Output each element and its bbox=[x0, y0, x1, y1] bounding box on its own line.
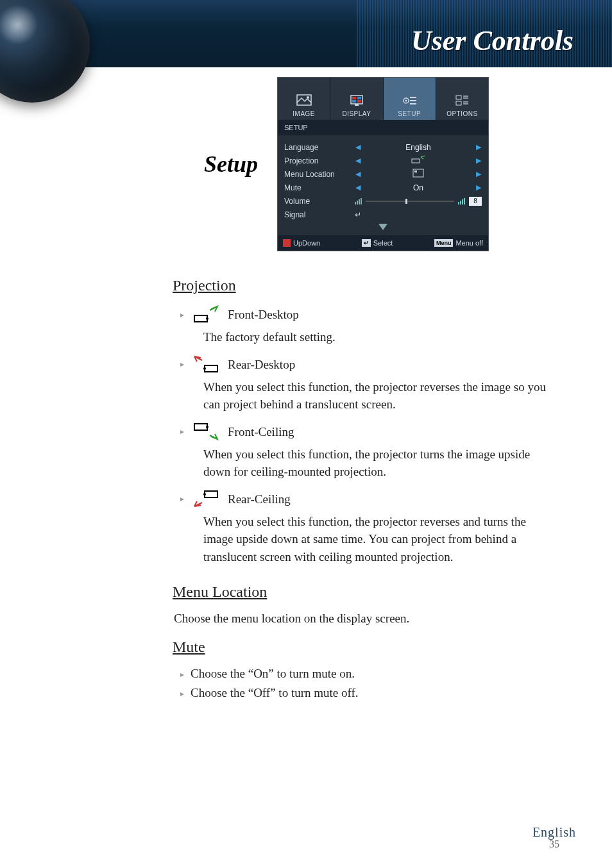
volume-max-icon bbox=[458, 198, 465, 204]
svg-rect-19 bbox=[412, 159, 420, 163]
svg-rect-23 bbox=[194, 315, 207, 322]
svg-point-1 bbox=[307, 96, 309, 99]
item-desc: The factory default setting. bbox=[203, 328, 549, 346]
section-heading-menu-location: Menu Location bbox=[169, 583, 549, 601]
item-desc: When you select this function, the proje… bbox=[203, 446, 549, 481]
osd-row-mute[interactable]: Mute ◀ On ▶ bbox=[284, 181, 482, 194]
volume-min-icon bbox=[355, 198, 362, 204]
svg-rect-5 bbox=[352, 100, 356, 103]
osd-row-signal[interactable]: Signal ↵ bbox=[284, 208, 482, 221]
item-title: Front-Desktop bbox=[228, 308, 299, 322]
mute-bullet: ▸Choose the “On” to turn mute on. bbox=[180, 667, 549, 681]
projection-item: ▸ Rear-Desktop When you select this func… bbox=[180, 355, 549, 413]
svg-point-30 bbox=[203, 493, 206, 496]
osd-tab-label: IMAGE bbox=[293, 110, 315, 117]
arrow-right-icon[interactable]: ▶ bbox=[475, 143, 482, 151]
bullet-icon: ▸ bbox=[180, 494, 184, 504]
osd-footer: UpDown ↵Select MenuMenu off bbox=[278, 235, 488, 251]
osd-tab-image[interactable]: IMAGE bbox=[278, 78, 330, 120]
osd-tab-setup[interactable]: SETUP bbox=[384, 78, 436, 120]
section-heading-projection: Projection bbox=[169, 277, 549, 295]
projection-item: ▸ Front-Desktop The factory default sett… bbox=[180, 305, 549, 346]
osd-subtitle: SETUP bbox=[278, 120, 488, 135]
svg-rect-25 bbox=[205, 365, 217, 372]
menu-location-value-icon bbox=[361, 169, 475, 179]
page-footer: English 35 bbox=[532, 825, 576, 850]
scroll-down-icon[interactable] bbox=[284, 221, 482, 231]
image-tab-icon bbox=[294, 92, 314, 109]
arrow-left-icon[interactable]: ◀ bbox=[355, 143, 361, 151]
item-title: Front-Ceiling bbox=[228, 425, 294, 439]
arrow-right-icon[interactable]: ▶ bbox=[475, 156, 482, 165]
osd-tab-options[interactable]: OPTIONS bbox=[436, 78, 488, 120]
menu-key-icon: Menu bbox=[434, 239, 454, 247]
svg-rect-21 bbox=[414, 171, 417, 172]
bullet-icon: ▸ bbox=[180, 427, 184, 437]
projection-item: ▸ Rear-Ceiling When you select this func… bbox=[180, 490, 549, 566]
svg-rect-29 bbox=[205, 491, 217, 497]
setup-tab-icon bbox=[400, 92, 419, 109]
footer-language: English bbox=[532, 825, 576, 840]
front-ceiling-icon bbox=[192, 422, 220, 442]
svg-rect-3 bbox=[352, 97, 356, 99]
item-title: Rear-Ceiling bbox=[228, 492, 291, 506]
osd-row-projection[interactable]: Projection ◀ ▶ bbox=[284, 154, 482, 167]
menu-location-desc: Choose the menu location on the display … bbox=[174, 612, 549, 626]
osd-row-volume[interactable]: Volume 8 bbox=[284, 194, 482, 208]
projection-item: ▸ Front-Ceiling When you select this fun… bbox=[180, 422, 549, 481]
arrow-left-icon[interactable]: ◀ bbox=[355, 156, 361, 165]
rear-desktop-icon bbox=[192, 355, 220, 374]
osd-tab-display[interactable]: DISPLAY bbox=[330, 78, 383, 120]
svg-point-24 bbox=[206, 317, 208, 320]
item-title: Rear-Desktop bbox=[228, 358, 295, 372]
svg-point-28 bbox=[206, 426, 208, 428]
arrow-left-icon[interactable]: ◀ bbox=[355, 170, 361, 178]
volume-value: 8 bbox=[469, 197, 482, 206]
arrow-left-icon[interactable]: ◀ bbox=[355, 183, 361, 192]
svg-rect-7 bbox=[355, 104, 359, 106]
svg-marker-22 bbox=[378, 224, 387, 230]
mute-bullet: ▸Choose the “Off” to turn mute off. bbox=[180, 686, 549, 700]
enter-icon: ↵ bbox=[355, 210, 361, 219]
svg-rect-2 bbox=[351, 96, 362, 104]
volume-slider[interactable] bbox=[366, 201, 454, 202]
item-desc: When you select this function, the proje… bbox=[203, 513, 549, 566]
select-key-icon: ↵ bbox=[362, 239, 371, 247]
osd-body: Language ◀ English ▶ Projection ◀ ▶ Menu… bbox=[278, 135, 488, 235]
svg-rect-13 bbox=[456, 96, 461, 99]
svg-rect-4 bbox=[357, 97, 361, 99]
svg-point-26 bbox=[203, 367, 206, 370]
bullet-icon: ▸ bbox=[180, 360, 184, 369]
section-heading-mute: Mute bbox=[169, 638, 549, 656]
rear-ceiling-icon bbox=[192, 490, 220, 509]
front-desktop-icon bbox=[192, 305, 220, 324]
arrow-right-icon[interactable]: ▶ bbox=[475, 170, 482, 178]
item-desc: When you select this function, the proje… bbox=[203, 378, 549, 413]
osd-tab-label: SETUP bbox=[398, 110, 421, 117]
svg-rect-20 bbox=[413, 169, 423, 177]
bullet-icon: ▸ bbox=[180, 670, 184, 680]
osd-row-language[interactable]: Language ◀ English ▶ bbox=[284, 140, 482, 154]
svg-rect-27 bbox=[194, 424, 207, 430]
display-tab-icon bbox=[347, 92, 366, 109]
osd-row-menu-location[interactable]: Menu Location ◀ ▶ bbox=[284, 167, 482, 181]
projection-value-icon bbox=[361, 155, 475, 166]
arrow-right-icon[interactable]: ▶ bbox=[475, 183, 482, 192]
page-banner: User Controls bbox=[0, 0, 612, 67]
osd-tab-label: OPTIONS bbox=[446, 110, 478, 117]
options-tab-icon bbox=[452, 92, 472, 109]
section-title-setup: Setup bbox=[204, 151, 258, 178]
svg-point-9 bbox=[405, 100, 407, 102]
bullet-icon: ▸ bbox=[180, 689, 184, 699]
updown-key-icon bbox=[283, 239, 291, 247]
osd-tab-bar: IMAGE DISPLAY SETUP OPTIONS bbox=[278, 78, 488, 120]
osd-tab-label: DISPLAY bbox=[342, 110, 371, 117]
osd-menu: IMAGE DISPLAY SETUP OPTIONS SET bbox=[277, 77, 489, 251]
footer-page-number: 35 bbox=[532, 839, 576, 850]
bullet-icon: ▸ bbox=[180, 310, 184, 320]
svg-rect-6 bbox=[357, 100, 361, 103]
page-title: User Controls bbox=[411, 24, 574, 57]
svg-rect-14 bbox=[456, 101, 461, 105]
